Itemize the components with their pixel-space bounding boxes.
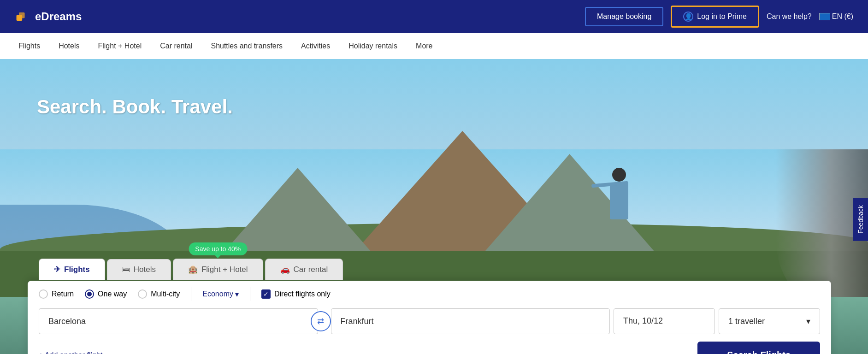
- travelers-selector[interactable]: 1 traveller ▾: [719, 308, 820, 334]
- flag-icon: [819, 13, 830, 20]
- travelers-value: 1 traveller: [728, 317, 765, 326]
- search-flights-button[interactable]: Search Flights: [697, 342, 820, 354]
- car-tab-label: Car rental: [294, 265, 328, 274]
- nav-item-holiday-rentals[interactable]: Holiday rentals: [348, 40, 397, 52]
- return-radio-circle: [39, 289, 48, 299]
- one-way-radio[interactable]: One way: [85, 289, 127, 299]
- car-tab-icon: 🚗: [280, 265, 290, 274]
- swap-button[interactable]: ⇄: [311, 311, 331, 331]
- person-figure: [601, 168, 638, 260]
- one-way-label: One way: [98, 290, 127, 298]
- destination-input[interactable]: [331, 308, 610, 334]
- date-value: Thu, 10/12: [623, 316, 663, 325]
- options-divider-2: [250, 287, 250, 301]
- hero-headline: Search. Book. Travel.: [37, 96, 233, 118]
- nav-item-hotels[interactable]: Hotels: [59, 40, 79, 52]
- nav-item-more[interactable]: More: [416, 40, 432, 52]
- search-widget: ✈ Flights 🛏 Hotels Save up to 40% 🏨 Flig…: [28, 281, 831, 354]
- travelers-chevron-icon: ▾: [806, 316, 810, 326]
- login-prime-label: Log in to Prime: [697, 12, 747, 21]
- nav-item-car-rental[interactable]: Car rental: [160, 40, 192, 52]
- return-label: Return: [52, 290, 74, 298]
- nav-item-activities[interactable]: Activities: [301, 40, 330, 52]
- hero-section: Search. Book. Travel. Feedback ✈ Flights…: [0, 59, 868, 354]
- flight-hotel-tab-icon: 🏨: [188, 265, 198, 274]
- options-divider: [191, 287, 191, 301]
- save-badge: Save up to 40%: [189, 242, 247, 255]
- multi-city-radio[interactable]: Multi-city: [138, 289, 180, 299]
- login-prime-button[interactable]: 👤 Log in to Prime: [671, 6, 759, 28]
- return-radio[interactable]: Return: [39, 289, 74, 299]
- one-way-radio-circle: [85, 289, 94, 299]
- hotel-tab-label: Hotels: [134, 265, 156, 274]
- user-icon: 👤: [683, 12, 693, 22]
- date-picker[interactable]: Thu, 10/12: [614, 308, 715, 334]
- nav-item-shuttles[interactable]: Shuttles and transfers: [211, 40, 283, 52]
- add-flight-link[interactable]: + Add another flight: [39, 351, 102, 354]
- flight-tab-label: Flights: [64, 265, 90, 274]
- header-right: Manage booking 👤 Log in to Prime Can we …: [585, 6, 853, 28]
- edreams-logo-icon: [15, 8, 31, 25]
- one-way-radio-inner: [87, 292, 92, 296]
- can-we-help-link[interactable]: Can we help?: [767, 12, 812, 21]
- search-options: Return One way Multi-city Economy ▾ ✓ Di…: [28, 280, 831, 305]
- tab-flights[interactable]: ✈ Flights: [39, 259, 105, 280]
- cabin-class-select[interactable]: Economy ▾: [202, 290, 239, 299]
- cabin-class-label: Economy: [202, 290, 233, 298]
- search-footer: + Add another flight Search Flights: [28, 338, 831, 354]
- tab-car-rental[interactable]: 🚗 Car rental: [265, 259, 343, 280]
- chevron-down-icon: ▾: [235, 290, 239, 299]
- nav-item-flight-hotel[interactable]: Flight + Hotel: [98, 40, 142, 52]
- nav-item-flights[interactable]: Flights: [18, 40, 40, 52]
- flight-tab-icon: ✈: [54, 265, 60, 274]
- logo-text: eDreams: [35, 10, 82, 23]
- main-nav: Flights Hotels Flight + Hotel Car rental…: [0, 33, 868, 59]
- direct-flights-label: Direct flights only: [274, 290, 331, 298]
- feedback-tab[interactable]: Feedback: [853, 198, 868, 241]
- direct-flights-option[interactable]: ✓ Direct flights only: [261, 289, 331, 299]
- tab-flight-hotel[interactable]: Save up to 40% 🏨 Flight + Hotel: [173, 259, 263, 280]
- origin-input[interactable]: [39, 308, 318, 334]
- hotel-tab-icon: 🛏: [122, 265, 130, 274]
- search-inputs: ⇄ Thu, 10/12 1 traveller ▾: [28, 305, 831, 338]
- multi-city-radio-circle: [138, 289, 147, 299]
- tab-hotels[interactable]: 🛏 Hotels: [107, 259, 171, 280]
- search-tabs: ✈ Flights 🛏 Hotels Save up to 40% 🏨 Flig…: [28, 259, 831, 280]
- logo: eDreams: [15, 8, 82, 25]
- direct-flights-checkbox[interactable]: ✓: [261, 289, 271, 299]
- multi-city-label: Multi-city: [151, 290, 180, 298]
- svg-rect-2: [19, 12, 25, 18]
- language-label: EN (€): [832, 12, 853, 21]
- header: eDreams Manage booking 👤 Log in to Prime…: [0, 0, 868, 33]
- manage-booking-button[interactable]: Manage booking: [585, 7, 663, 26]
- flight-hotel-tab-label: Flight + Hotel: [201, 265, 248, 274]
- language-selector[interactable]: EN (€): [819, 12, 853, 21]
